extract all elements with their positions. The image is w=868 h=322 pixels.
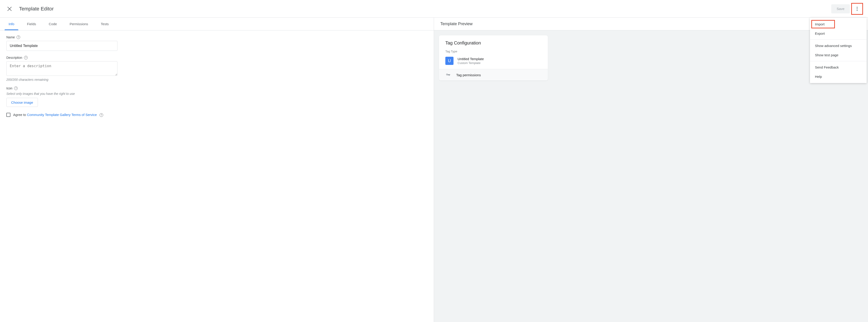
template-badge: U bbox=[445, 57, 454, 65]
agree-text: Agree to Community Template Gallery Term… bbox=[13, 113, 103, 117]
name-input[interactable] bbox=[6, 41, 118, 51]
more-options-button[interactable] bbox=[852, 4, 862, 13]
svg-point-2 bbox=[857, 10, 858, 11]
description-label: Description bbox=[6, 56, 22, 59]
key-icon bbox=[444, 72, 452, 77]
description-helper: 200/200 characters remaining bbox=[6, 78, 427, 82]
icon-helper: Select only images that you have the rig… bbox=[6, 92, 427, 95]
menu-import-label: Import bbox=[815, 22, 825, 26]
tag-type-label: Tag Type bbox=[445, 50, 541, 53]
tab-fields[interactable]: Fields bbox=[21, 18, 42, 30]
help-icon[interactable]: ? bbox=[14, 86, 18, 90]
help-icon[interactable]: ? bbox=[99, 113, 103, 117]
app-header: Template Editor Save bbox=[0, 0, 868, 18]
menu-help[interactable]: Help bbox=[810, 72, 867, 81]
page-title: Template Editor bbox=[19, 6, 831, 12]
tab-tests[interactable]: Tests bbox=[95, 18, 115, 30]
menu-advanced-settings[interactable]: Show advanced settings bbox=[810, 41, 867, 50]
more-options-menu: Import Export Show advanced settings Sho… bbox=[810, 18, 867, 83]
menu-separator bbox=[810, 61, 867, 61]
svg-point-0 bbox=[857, 7, 858, 8]
svg-point-1 bbox=[857, 8, 858, 9]
save-button[interactable]: Save bbox=[831, 4, 850, 13]
help-icon[interactable]: ? bbox=[24, 56, 28, 59]
close-icon[interactable] bbox=[6, 6, 13, 12]
preview-header: Template Preview bbox=[434, 18, 868, 30]
choose-image-button[interactable]: Choose image bbox=[6, 98, 38, 107]
tab-code[interactable]: Code bbox=[42, 18, 63, 30]
terms-link[interactable]: Community Template Gallery Terms of Serv… bbox=[27, 113, 97, 117]
help-icon[interactable]: ? bbox=[17, 35, 20, 39]
editor-panel: Info Fields Code Permissions Tests Name … bbox=[0, 18, 434, 322]
preview-panel: Template Preview Tag Configuration Tag T… bbox=[434, 18, 868, 322]
tag-config-card: Tag Configuration Tag Type U Untitled Te… bbox=[439, 35, 548, 81]
agree-prefix: Agree to bbox=[13, 113, 27, 117]
agree-checkbox[interactable] bbox=[6, 113, 10, 117]
template-subtitle: Custom Template bbox=[458, 61, 484, 65]
tag-permissions-row[interactable]: Tag permissions bbox=[439, 69, 548, 81]
tab-permissions[interactable]: Permissions bbox=[63, 18, 95, 30]
icon-label: Icon bbox=[6, 86, 12, 90]
description-input[interactable] bbox=[6, 61, 118, 76]
card-title: Tag Configuration bbox=[445, 40, 541, 46]
menu-separator bbox=[810, 39, 867, 40]
tag-type-row[interactable]: U Untitled Template Custom Template bbox=[445, 55, 541, 69]
tab-bar: Info Fields Code Permissions Tests bbox=[0, 18, 434, 30]
tab-info[interactable]: Info bbox=[2, 18, 21, 30]
template-name: Untitled Template bbox=[458, 57, 484, 61]
permissions-label: Tag permissions bbox=[456, 73, 481, 77]
menu-import[interactable]: Import bbox=[810, 20, 867, 29]
menu-test-page[interactable]: Show test page bbox=[810, 50, 867, 60]
menu-export[interactable]: Export bbox=[810, 29, 867, 38]
menu-feedback[interactable]: Send Feedback bbox=[810, 63, 867, 72]
name-label: Name bbox=[6, 35, 15, 39]
